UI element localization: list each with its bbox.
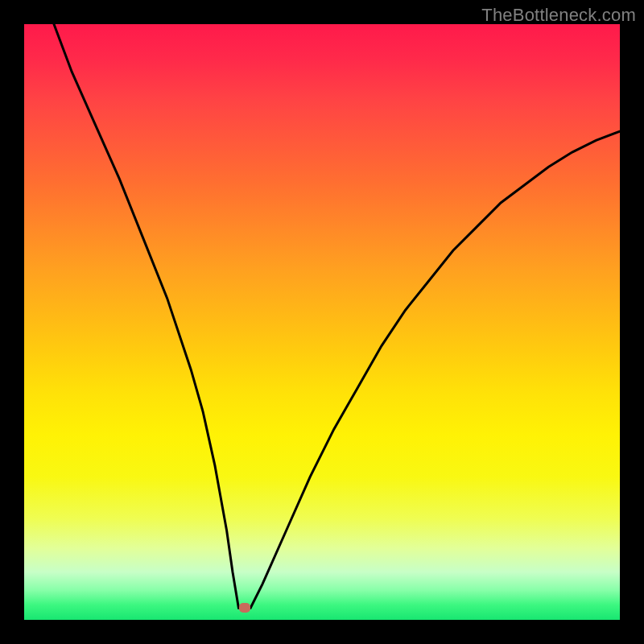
watermark-text: TheBottleneck.com bbox=[481, 5, 636, 26]
chart-frame: TheBottleneck.com bbox=[0, 0, 644, 644]
optimal-point-marker bbox=[239, 603, 250, 613]
plot-area bbox=[24, 24, 620, 620]
bottleneck-curve bbox=[54, 24, 620, 608]
curve-layer bbox=[24, 24, 620, 620]
